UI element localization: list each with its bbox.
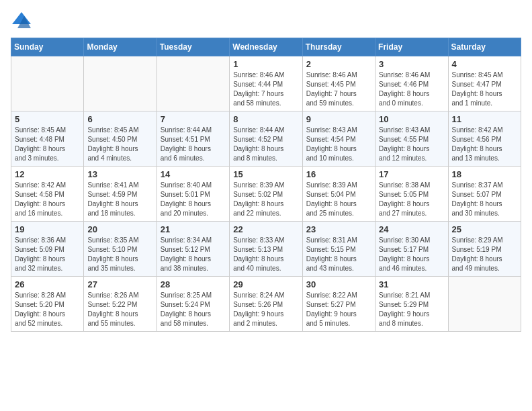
day-number: 2 (306, 59, 371, 69)
logo-icon (11, 11, 32, 30)
day-info: Sunrise: 8:44 AM Sunset: 4:52 PM Dayligh… (233, 126, 298, 163)
calendar-cell (448, 277, 521, 332)
day-info: Sunrise: 8:43 AM Sunset: 4:54 PM Dayligh… (306, 126, 371, 163)
calendar-cell (84, 56, 157, 111)
day-info: Sunrise: 8:40 AM Sunset: 5:01 PM Dayligh… (161, 181, 226, 218)
calendar-header-row: SundayMondayTuesdayWednesdayThursdayFrid… (11, 38, 521, 56)
calendar-cell: 10Sunrise: 8:43 AM Sunset: 4:55 PM Dayli… (375, 111, 448, 167)
day-info: Sunrise: 8:35 AM Sunset: 5:10 PM Dayligh… (87, 236, 152, 273)
day-number: 4 (452, 59, 517, 69)
calendar-cell: 1Sunrise: 8:46 AM Sunset: 4:44 PM Daylig… (230, 56, 302, 111)
day-number: 15 (233, 169, 298, 179)
calendar-cell: 6Sunrise: 8:45 AM Sunset: 4:50 PM Daylig… (84, 111, 157, 167)
day-number: 17 (379, 169, 444, 179)
calendar-cell: 18Sunrise: 8:37 AM Sunset: 5:07 PM Dayli… (448, 167, 521, 222)
calendar-week-row: 12Sunrise: 8:42 AM Sunset: 4:58 PM Dayli… (11, 167, 521, 222)
day-number: 19 (15, 224, 80, 234)
column-header-monday: Monday (84, 38, 157, 56)
day-info: Sunrise: 8:42 AM Sunset: 4:58 PM Dayligh… (15, 181, 80, 218)
day-number: 8 (233, 114, 298, 124)
day-info: Sunrise: 8:41 AM Sunset: 4:59 PM Dayligh… (87, 181, 152, 218)
calendar-table: SundayMondayTuesdayWednesdayThursdayFrid… (11, 38, 521, 332)
calendar-cell: 22Sunrise: 8:33 AM Sunset: 5:13 PM Dayli… (230, 222, 302, 277)
calendar-cell: 11Sunrise: 8:42 AM Sunset: 4:56 PM Dayli… (448, 111, 521, 167)
day-number: 23 (306, 224, 371, 234)
day-info: Sunrise: 8:29 AM Sunset: 5:19 PM Dayligh… (452, 236, 517, 273)
day-info: Sunrise: 8:22 AM Sunset: 5:27 PM Dayligh… (306, 291, 371, 328)
day-info: Sunrise: 8:42 AM Sunset: 4:56 PM Dayligh… (452, 126, 517, 163)
day-info: Sunrise: 8:45 AM Sunset: 4:50 PM Dayligh… (87, 126, 152, 163)
day-number: 22 (233, 224, 298, 234)
calendar-cell (11, 56, 84, 111)
day-number: 11 (452, 114, 517, 124)
day-number: 24 (379, 224, 444, 234)
day-number: 10 (379, 114, 444, 124)
column-header-wednesday: Wednesday (230, 38, 302, 56)
calendar-cell: 25Sunrise: 8:29 AM Sunset: 5:19 PM Dayli… (448, 222, 521, 277)
calendar-cell: 19Sunrise: 8:36 AM Sunset: 5:09 PM Dayli… (11, 222, 84, 277)
day-number: 5 (15, 114, 80, 124)
calendar-cell: 12Sunrise: 8:42 AM Sunset: 4:58 PM Dayli… (11, 167, 84, 222)
day-info: Sunrise: 8:26 AM Sunset: 5:22 PM Dayligh… (87, 291, 152, 328)
calendar-week-row: 5Sunrise: 8:45 AM Sunset: 4:48 PM Daylig… (11, 111, 521, 167)
calendar-cell: 4Sunrise: 8:45 AM Sunset: 4:47 PM Daylig… (448, 56, 521, 111)
calendar-week-row: 19Sunrise: 8:36 AM Sunset: 5:09 PM Dayli… (11, 222, 521, 277)
day-info: Sunrise: 8:46 AM Sunset: 4:46 PM Dayligh… (379, 71, 444, 108)
day-number: 16 (306, 169, 371, 179)
column-header-friday: Friday (375, 38, 448, 56)
calendar-cell: 8Sunrise: 8:44 AM Sunset: 4:52 PM Daylig… (230, 111, 302, 167)
day-info: Sunrise: 8:24 AM Sunset: 5:26 PM Dayligh… (233, 291, 298, 328)
calendar-cell: 17Sunrise: 8:38 AM Sunset: 5:05 PM Dayli… (375, 167, 448, 222)
column-header-thursday: Thursday (302, 38, 375, 56)
day-number: 25 (452, 224, 517, 234)
day-info: Sunrise: 8:45 AM Sunset: 4:47 PM Dayligh… (452, 71, 517, 108)
day-info: Sunrise: 8:45 AM Sunset: 4:48 PM Dayligh… (15, 126, 80, 163)
column-header-saturday: Saturday (448, 38, 521, 56)
calendar-cell: 5Sunrise: 8:45 AM Sunset: 4:48 PM Daylig… (11, 111, 84, 167)
day-number: 13 (87, 169, 152, 179)
day-number: 12 (15, 169, 80, 179)
day-number: 9 (306, 114, 371, 124)
calendar-cell: 31Sunrise: 8:21 AM Sunset: 5:29 PM Dayli… (375, 277, 448, 332)
calendar-cell: 14Sunrise: 8:40 AM Sunset: 5:01 PM Dayli… (157, 167, 229, 222)
calendar-cell: 27Sunrise: 8:26 AM Sunset: 5:22 PM Dayli… (84, 277, 157, 332)
day-number: 1 (233, 59, 298, 69)
calendar-cell: 23Sunrise: 8:31 AM Sunset: 5:15 PM Dayli… (302, 222, 375, 277)
calendar-week-row: 1Sunrise: 8:46 AM Sunset: 4:44 PM Daylig… (11, 56, 521, 111)
day-info: Sunrise: 8:34 AM Sunset: 5:12 PM Dayligh… (161, 236, 226, 273)
calendar-cell: 29Sunrise: 8:24 AM Sunset: 5:26 PM Dayli… (230, 277, 302, 332)
day-info: Sunrise: 8:28 AM Sunset: 5:20 PM Dayligh… (15, 291, 80, 328)
day-number: 7 (161, 114, 226, 124)
day-number: 6 (87, 114, 152, 124)
logo (11, 11, 35, 30)
day-info: Sunrise: 8:46 AM Sunset: 4:45 PM Dayligh… (306, 71, 371, 108)
calendar-cell: 7Sunrise: 8:44 AM Sunset: 4:51 PM Daylig… (157, 111, 229, 167)
calendar-cell: 21Sunrise: 8:34 AM Sunset: 5:12 PM Dayli… (157, 222, 229, 277)
calendar-cell: 24Sunrise: 8:30 AM Sunset: 5:17 PM Dayli… (375, 222, 448, 277)
calendar-cell: 20Sunrise: 8:35 AM Sunset: 5:10 PM Dayli… (84, 222, 157, 277)
calendar-cell: 15Sunrise: 8:39 AM Sunset: 5:02 PM Dayli… (230, 167, 302, 222)
column-header-sunday: Sunday (11, 38, 84, 56)
column-header-tuesday: Tuesday (157, 38, 229, 56)
day-number: 29 (233, 279, 298, 289)
day-number: 21 (161, 224, 226, 234)
day-info: Sunrise: 8:33 AM Sunset: 5:13 PM Dayligh… (233, 236, 298, 273)
calendar-week-row: 26Sunrise: 8:28 AM Sunset: 5:20 PM Dayli… (11, 277, 521, 332)
day-number: 20 (87, 224, 152, 234)
day-info: Sunrise: 8:31 AM Sunset: 5:15 PM Dayligh… (306, 236, 371, 273)
day-number: 31 (379, 279, 444, 289)
calendar-cell (157, 56, 229, 111)
day-number: 30 (306, 279, 371, 289)
day-number: 18 (452, 169, 517, 179)
calendar-cell: 28Sunrise: 8:25 AM Sunset: 5:24 PM Dayli… (157, 277, 229, 332)
calendar-cell: 30Sunrise: 8:22 AM Sunset: 5:27 PM Dayli… (302, 277, 375, 332)
day-info: Sunrise: 8:44 AM Sunset: 4:51 PM Dayligh… (161, 126, 226, 163)
day-info: Sunrise: 8:38 AM Sunset: 5:05 PM Dayligh… (379, 181, 444, 218)
day-number: 28 (161, 279, 226, 289)
day-info: Sunrise: 8:39 AM Sunset: 5:04 PM Dayligh… (306, 181, 371, 218)
day-number: 27 (87, 279, 152, 289)
page-header (11, 11, 521, 30)
day-number: 3 (379, 59, 444, 69)
day-info: Sunrise: 8:43 AM Sunset: 4:55 PM Dayligh… (379, 126, 444, 163)
calendar-cell: 9Sunrise: 8:43 AM Sunset: 4:54 PM Daylig… (302, 111, 375, 167)
